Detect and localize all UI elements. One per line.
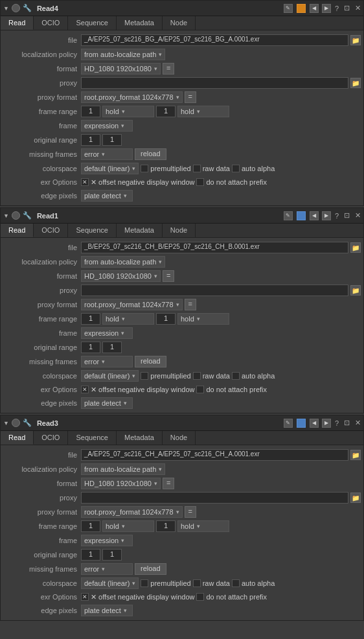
tab-node[interactable]: Node [163,224,196,237]
collapse-arrow[interactable]: ▼ [3,420,9,426]
tab-node[interactable]: Node [163,431,196,445]
auto-alpha-checkbox[interactable] [232,372,240,380]
frame-range-mode1-dropdown[interactable]: hold [102,106,154,117]
colorspace-dropdown[interactable]: default (linear) [81,577,139,589]
localization-dropdown[interactable]: from auto-localize path [81,49,165,60]
edit-icon[interactable]: ✎ [284,211,293,220]
original-range-start[interactable]: 1 [81,342,100,353]
localization-dropdown[interactable]: from auto-localize path [81,463,165,475]
tab-metadata[interactable]: Metadata [117,16,163,30]
auto-alpha-checkbox[interactable] [232,165,240,172]
proxy-format-eq-btn[interactable]: = [185,299,196,310]
format-dropdown[interactable]: HD_1080 1920x1080 [81,63,161,75]
float-icon[interactable]: ⊡ [344,4,350,12]
missing-frames-dropdown[interactable]: error [81,356,133,367]
proxy-format-dropdown[interactable]: root.proxy_format 1024x778 [81,299,183,310]
proxy-input[interactable] [81,285,348,296]
nav-left-icon[interactable]: ◀ [310,419,319,428]
nav-right-icon[interactable]: ▶ [322,4,331,13]
tab-sequence[interactable]: Sequence [68,431,117,445]
frame-dropdown[interactable]: expression [81,535,133,546]
edge-pixels-dropdown[interactable]: plate detect [81,190,133,202]
edit-icon[interactable]: ✎ [284,4,293,13]
edge-pixels-dropdown[interactable]: plate detect [81,397,133,409]
frame-dropdown[interactable]: expression [81,327,133,339]
proxy-format-eq-btn[interactable]: = [185,91,196,103]
do-not-attach-checkbox[interactable] [196,178,204,186]
nav-left-icon[interactable]: ◀ [310,211,319,220]
original-range-end[interactable]: 1 [102,134,122,146]
tab-read[interactable]: Read [1,16,34,30]
format-dropdown[interactable]: HD_1080 1920x1080 [81,270,161,282]
missing-frames-dropdown[interactable]: error [81,148,133,160]
frame-range-mode1-dropdown[interactable]: hold [102,313,154,325]
original-range-start[interactable]: 1 [81,134,100,146]
do-not-attach-checkbox[interactable] [196,593,204,601]
file-browse-icon[interactable]: 📁 [350,450,361,460]
collapse-arrow[interactable]: ▼ [3,213,9,219]
tab-sequence[interactable]: Sequence [68,224,117,237]
file-browse-icon[interactable]: 📁 [350,35,361,45]
proxy-input[interactable] [81,492,348,504]
float-icon[interactable]: ⊡ [344,211,350,220]
frame-range-start[interactable]: 1 [81,313,100,325]
float-icon[interactable]: ⊡ [344,419,350,427]
proxy-format-eq-btn[interactable]: = [185,506,196,518]
proxy-format-dropdown[interactable]: root.proxy_format 1024x778 [81,506,183,518]
frame-range-start[interactable]: 1 [81,106,100,117]
premultiplied-checkbox[interactable] [141,165,148,172]
reload-button[interactable]: reload [135,148,166,160]
question-icon[interactable]: ? [335,419,339,427]
frame-range-end[interactable]: 1 [156,313,176,325]
color-square[interactable] [297,4,306,13]
nav-right-icon[interactable]: ▶ [322,211,331,220]
tab-read[interactable]: Read [1,431,34,445]
original-range-end[interactable]: 1 [102,342,122,353]
tab-metadata[interactable]: Metadata [117,431,163,445]
proxy-input[interactable] [81,77,348,89]
frame-range-mode2-dropdown[interactable]: hold [177,106,229,117]
edge-pixels-dropdown[interactable]: plate detect [81,605,133,616]
frame-range-end[interactable]: 1 [156,520,176,532]
frame-dropdown[interactable]: expression [81,120,133,132]
format-eq-btn[interactable]: = [163,478,174,489]
proxy-browse-icon[interactable]: 📁 [350,493,361,503]
offset-negative-checkbox[interactable] [81,386,89,393]
file-path-input[interactable]: _A/EP25_07_sc216_CH_A/EP25_07_sc216_CH_A… [81,449,348,461]
color-square[interactable] [297,419,306,428]
colorspace-dropdown[interactable]: default (linear) [81,370,139,382]
frame-range-mode2-dropdown[interactable]: hold [177,313,229,325]
edit-icon[interactable]: ✎ [284,419,293,428]
proxy-format-dropdown[interactable]: root.proxy_format 1024x778 [81,91,183,103]
missing-frames-dropdown[interactable]: error [81,563,133,575]
close-icon[interactable]: ✕ [355,419,361,427]
color-square[interactable] [297,211,306,220]
tab-ocio[interactable]: OCIO [34,224,68,237]
frame-range-mode2-dropdown[interactable]: hold [177,520,229,532]
nav-right-icon[interactable]: ▶ [322,419,331,428]
close-icon[interactable]: ✕ [355,211,361,220]
premultiplied-checkbox[interactable] [141,372,148,380]
do-not-attach-checkbox[interactable] [196,386,204,393]
reload-button[interactable]: reload [135,563,166,575]
original-range-start[interactable]: 1 [81,549,100,561]
raw-data-checkbox[interactable] [193,579,201,587]
tab-metadata[interactable]: Metadata [117,224,163,237]
proxy-browse-icon[interactable]: 📁 [350,285,361,296]
colorspace-dropdown[interactable]: default (linear) [81,163,139,174]
tab-sequence[interactable]: Sequence [68,16,117,30]
file-browse-icon[interactable]: 📁 [350,242,361,253]
tab-ocio[interactable]: OCIO [34,431,68,445]
raw-data-checkbox[interactable] [193,372,201,380]
tab-ocio[interactable]: OCIO [34,16,68,30]
original-range-end[interactable]: 1 [102,549,122,561]
auto-alpha-checkbox[interactable] [232,579,240,587]
raw-data-checkbox[interactable] [193,165,201,172]
file-path-input[interactable]: _A/EP25_07_sc216_BG_A/EP25_07_sc216_BG_A… [81,34,348,46]
tab-node[interactable]: Node [163,16,196,30]
tab-read[interactable]: Read [1,224,34,237]
frame-range-mode1-dropdown[interactable]: hold [102,520,154,532]
format-eq-btn[interactable]: = [163,63,174,75]
premultiplied-checkbox[interactable] [141,579,148,587]
question-icon[interactable]: ? [335,212,339,220]
